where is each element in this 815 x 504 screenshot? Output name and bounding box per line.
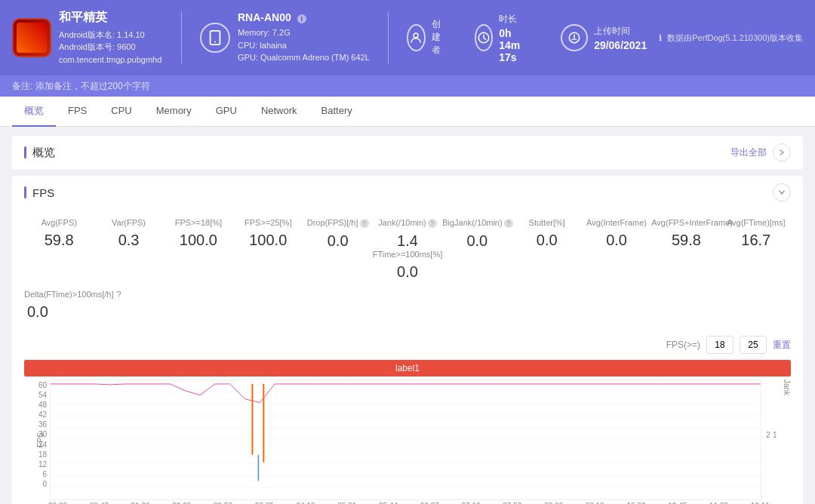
stat-jank: Jank(/10min)? 1.4 bbox=[373, 218, 442, 250]
fps-threshold-label: FPS(>=) bbox=[666, 340, 700, 350]
overview-section: 概览 导出全部 bbox=[12, 136, 803, 170]
divider-1 bbox=[181, 11, 182, 64]
stat-big-jank: BigJank(/10min)? 0.0 bbox=[442, 218, 512, 250]
tab-overview[interactable]: 概览 bbox=[12, 97, 56, 127]
duration-label: 时长 bbox=[499, 13, 535, 26]
content-area: 概览 导出全部 FPS Avg(FPS) bbox=[0, 127, 815, 504]
stat-avg-interframe: Avg(InterFrame) 0.0 bbox=[582, 218, 651, 250]
fps-chart-svg bbox=[50, 380, 761, 500]
delta-value: 0.0 bbox=[24, 303, 791, 321]
fps-threshold2-input[interactable] bbox=[740, 336, 767, 354]
fps-chart-container: FPS(>=) 重置 label1 60 54 48 42 36 30 24 1 bbox=[12, 330, 803, 504]
stat-avg-fps-interframe: Avg(FPS+InterFrame) 59.8 bbox=[651, 218, 721, 250]
duration-value: 0h 14m 17s bbox=[499, 27, 535, 63]
divider-2 bbox=[388, 11, 389, 64]
chart-main: FPS bbox=[50, 380, 761, 500]
app-text: 和平精英 Android版本名: 1.14.10 Android版本号: 960… bbox=[59, 10, 161, 66]
clock-icon bbox=[477, 31, 491, 45]
creator-stat: 创建者 bbox=[407, 18, 449, 58]
fps-delta-row: Delta(FTime)>100ms[/h] ? 0.0 bbox=[12, 287, 803, 330]
stat-fps-18: FPS>=18[%] 100.0 bbox=[164, 218, 233, 250]
device-icon bbox=[200, 23, 230, 53]
device-memory: Memory: 7.2G bbox=[238, 26, 370, 39]
collapse-button[interactable] bbox=[773, 143, 791, 161]
right-axis: 2 1 bbox=[764, 380, 780, 500]
duration-text: 时长 0h 14m 17s bbox=[499, 13, 535, 63]
header-stats: 创建者 时长 0h 14m 17s bbox=[407, 13, 647, 63]
device-name: RNA-AN00 i bbox=[238, 11, 370, 23]
tab-fps[interactable]: FPS bbox=[56, 97, 99, 125]
stat-drop-fps: Drop(FPS)[/h]? 0.0 bbox=[303, 218, 372, 250]
chevron-down-icon bbox=[778, 189, 786, 196]
fps-stats-row: Avg(FPS) 59.8 Var(FPS) 0.3 FPS>=18[%] 10… bbox=[12, 209, 803, 287]
creator-label: 创建者 bbox=[432, 18, 449, 57]
delta-label: Delta(FTime)>100ms[/h] ? bbox=[24, 290, 791, 299]
creator-text: 创建者 bbox=[432, 18, 449, 58]
overview-header: 概览 导出全部 bbox=[12, 136, 803, 170]
app-package: com.tencent.tmgp.pubgmhd bbox=[59, 54, 161, 66]
nav-tabs: 概览 FPS CPU Memory GPU Network Battery bbox=[0, 97, 815, 127]
device-gpu: GPU: Qualcomm Adreno (TM) 642L bbox=[238, 51, 370, 64]
person-icon bbox=[409, 31, 423, 45]
drop-fps-hint[interactable]: ? bbox=[360, 219, 369, 228]
upload-text: 上传时间 29/06/2021 bbox=[594, 25, 647, 51]
chart-legend: label1 bbox=[24, 360, 791, 376]
chart-outer: 60 54 48 42 36 30 24 18 12 6 0 bbox=[24, 380, 791, 500]
app-info: 和平精英 Android版本名: 1.14.10 Android版本号: 960… bbox=[12, 10, 163, 66]
app-version: Android版本名: 1.14.10 bbox=[59, 29, 161, 41]
svg-point-1 bbox=[214, 41, 216, 43]
fps-line bbox=[51, 384, 761, 403]
chevron-right-icon bbox=[778, 149, 786, 156]
app-build: Android版本号: 9600 bbox=[59, 41, 161, 54]
note-bar: 备注: 添加备注，不超过200个字符 bbox=[0, 75, 815, 97]
tab-memory[interactable]: Memory bbox=[144, 97, 204, 125]
svg-point-2 bbox=[414, 33, 418, 38]
duration-icon bbox=[475, 24, 493, 51]
fps-collapse-button[interactable] bbox=[773, 183, 791, 201]
delta-hint[interactable]: ? bbox=[117, 290, 121, 299]
info-icon: ℹ bbox=[659, 33, 662, 42]
duration-stat: 时长 0h 14m 17s bbox=[475, 13, 535, 63]
chart-controls: FPS(>=) 重置 bbox=[24, 336, 791, 354]
stat-avg-ftime: Avg(FTime)[ms] 16.7 bbox=[721, 218, 791, 250]
tab-gpu[interactable]: GPU bbox=[204, 97, 249, 125]
app-name: 和平精英 bbox=[59, 10, 161, 26]
fps-threshold1-input[interactable] bbox=[706, 336, 734, 354]
jank-hint[interactable]: ? bbox=[428, 219, 437, 228]
tab-battery[interactable]: Battery bbox=[309, 97, 364, 125]
calendar-icon bbox=[567, 31, 581, 45]
stat-var-fps: Var(FPS) 0.3 bbox=[94, 218, 163, 250]
overview-title: 概览 bbox=[24, 146, 55, 160]
app-header: 和平精英 Android版本名: 1.14.10 Android版本号: 960… bbox=[0, 0, 815, 75]
phone-icon bbox=[207, 29, 223, 46]
stat-ftime-100: FTime>=100ms[%] 0.0 bbox=[24, 250, 791, 281]
device-info: RNA-AN00 i Memory: 7.2G CPU: lahaina GPU… bbox=[200, 11, 370, 64]
fps-title: FPS bbox=[24, 186, 54, 199]
fps-section: FPS Avg(FPS) 59.8 Var(FPS) 0.3 FPS>=18[%… bbox=[12, 176, 803, 504]
app-icon bbox=[12, 18, 51, 57]
export-button[interactable]: 导出全部 bbox=[730, 146, 767, 159]
stat-fps-25: FPS>=25[%] 100.0 bbox=[233, 218, 303, 250]
device-info-hint[interactable]: i bbox=[297, 14, 306, 23]
tab-cpu[interactable]: CPU bbox=[99, 97, 143, 125]
upload-stat: 上传时间 29/06/2021 bbox=[561, 24, 647, 51]
note-text: 备注: 添加备注，不超过200个字符 bbox=[12, 80, 150, 93]
upload-label: 上传时间 bbox=[594, 25, 647, 38]
stat-stutter: Stutter[%] 0.0 bbox=[512, 218, 582, 250]
jank-label: Jank bbox=[783, 380, 791, 500]
device-cpu: CPU: lahaina bbox=[238, 39, 370, 52]
upload-icon bbox=[561, 24, 588, 51]
reset-button[interactable]: 重置 bbox=[773, 339, 791, 352]
fps-header: FPS bbox=[12, 176, 803, 209]
fps-y-label: FPS bbox=[36, 432, 45, 447]
tab-network[interactable]: Network bbox=[249, 97, 309, 125]
stat-avg-fps: Avg(FPS) 59.8 bbox=[24, 218, 94, 250]
data-source: ℹ 数据由PerfDog(5.1.210300)版本收集 bbox=[659, 32, 803, 44]
upload-value: 29/06/2021 bbox=[594, 39, 647, 51]
device-text: RNA-AN00 i Memory: 7.2G CPU: lahaina GPU… bbox=[238, 11, 370, 64]
creator-icon bbox=[407, 24, 426, 51]
